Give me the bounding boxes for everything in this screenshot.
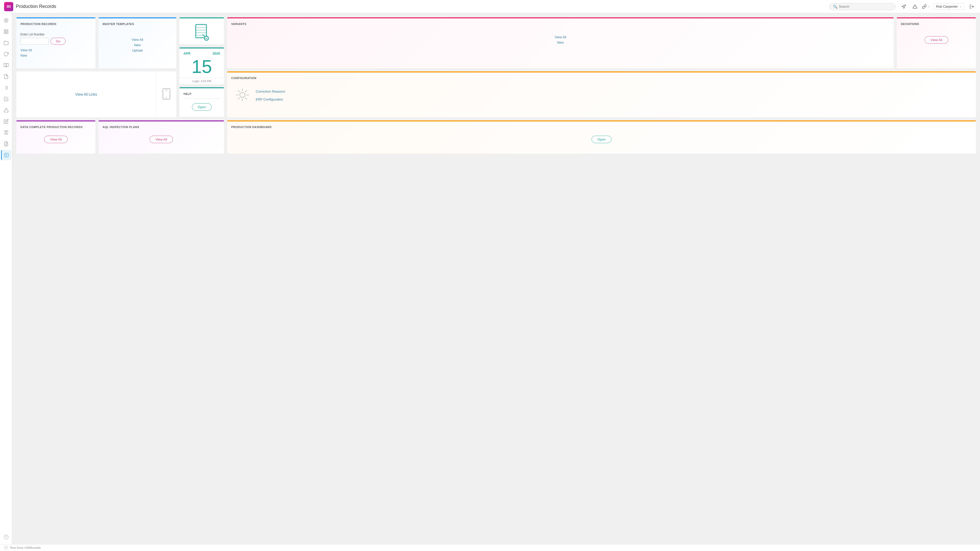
prod-dashboard-open-button[interactable]: Open bbox=[592, 136, 611, 143]
gear-icon bbox=[235, 88, 250, 103]
svg-point-21 bbox=[4, 535, 8, 539]
content-area: PRODUCTION RECORDS Enter Lot Number Go V… bbox=[12, 13, 980, 544]
document-icon bbox=[194, 24, 210, 42]
data-complete-view-all-button[interactable]: View All bbox=[44, 136, 67, 143]
svg-point-27 bbox=[166, 97, 167, 98]
main-layout: PRODUCTION RECORDS Enter Lot Number Go V… bbox=[0, 13, 980, 544]
data-complete-title: DATA COMPLETE PRODUCTION RECORDS bbox=[21, 125, 91, 129]
svg-rect-6 bbox=[4, 30, 6, 32]
production-view-all-link[interactable]: View All bbox=[21, 48, 91, 52]
sidebar-item-reports[interactable] bbox=[1, 139, 11, 149]
links-mobile bbox=[156, 71, 177, 118]
timezone-label: Time Zone: US/Mountain bbox=[10, 546, 41, 549]
svg-line-34 bbox=[245, 98, 247, 100]
user-menu-button[interactable]: Rob Carpenter bbox=[933, 3, 965, 10]
view-all-links-link[interactable]: View All Links bbox=[75, 92, 97, 97]
go-button[interactable]: Go bbox=[51, 38, 65, 44]
master-new-link[interactable]: New bbox=[103, 43, 172, 47]
variants-title: VARIANTS bbox=[231, 22, 890, 25]
deviations-title: DEVIATIONS bbox=[901, 22, 972, 25]
configuration-title: CONFIGURATION bbox=[231, 76, 972, 79]
sidebar-item-folder[interactable] bbox=[1, 38, 11, 48]
alert-icon[interactable] bbox=[911, 3, 919, 11]
svg-point-37 bbox=[4, 546, 7, 549]
master-upload-link[interactable]: Upload bbox=[103, 48, 172, 52]
cal-year: 2020 bbox=[213, 52, 220, 56]
logout-icon[interactable] bbox=[968, 3, 976, 11]
svg-marker-0 bbox=[902, 5, 905, 8]
deviations-card: DEVIATIONS View All bbox=[897, 17, 976, 68]
svg-point-28 bbox=[240, 92, 245, 97]
svg-line-35 bbox=[238, 98, 240, 100]
search-icon: 🔍 bbox=[833, 5, 837, 9]
link-icon[interactable] bbox=[922, 3, 930, 11]
user-name: Rob Carpenter bbox=[936, 5, 958, 8]
data-complete-card: DATA COMPLETE PRODUCTION RECORDS View Al… bbox=[16, 121, 95, 154]
production-records-title: PRODUCTION RECORDS bbox=[21, 22, 91, 25]
aql-view-all-button[interactable]: View All bbox=[150, 136, 173, 143]
cal-month: APR bbox=[183, 52, 190, 56]
master-templates-title: MASTER TEMPLATES bbox=[103, 22, 172, 25]
deviations-view-all-button[interactable]: View All bbox=[924, 36, 948, 44]
sidebar-item-files[interactable] bbox=[1, 71, 11, 82]
calendar-column: APR 2020 15 Login: 3:53 PM HELP Open bbox=[180, 17, 224, 118]
svg-rect-7 bbox=[6, 30, 8, 32]
help-title: HELP bbox=[183, 92, 220, 95]
sidebar-item-list[interactable] bbox=[1, 83, 11, 93]
logo-area: m Production Records bbox=[4, 2, 56, 11]
sidebar-item-warning[interactable] bbox=[1, 105, 11, 115]
top-nav: m Production Records 🔍 Rob Carpenter bbox=[0, 0, 980, 13]
app-logo: m bbox=[4, 2, 13, 11]
footer-help-icon bbox=[4, 546, 8, 549]
aql-card: AQL INSPECTION PLANS View All bbox=[99, 121, 224, 154]
configuration-card: CONFIGURATION bbox=[227, 71, 976, 118]
svg-rect-8 bbox=[4, 32, 6, 34]
sidebar-item-home[interactable] bbox=[1, 15, 11, 25]
sidebar-item-production[interactable] bbox=[1, 150, 11, 160]
master-templates-card: MASTER TEMPLATES View All New Upload bbox=[99, 17, 177, 68]
links-main: View All Links bbox=[16, 71, 156, 118]
sidebar bbox=[0, 13, 12, 544]
navigation-icon[interactable] bbox=[900, 3, 908, 11]
production-records-card: PRODUCTION RECORDS Enter Lot Number Go V… bbox=[16, 17, 95, 68]
svg-rect-23 bbox=[196, 24, 207, 38]
variants-view-all-link[interactable]: View All bbox=[231, 35, 890, 39]
help-open-button[interactable]: Open bbox=[192, 103, 212, 111]
svg-line-33 bbox=[238, 91, 240, 92]
doc-icon-card bbox=[180, 17, 224, 44]
aql-title: AQL INSPECTION PLANS bbox=[103, 125, 220, 129]
master-view-all-link[interactable]: View All bbox=[103, 38, 172, 41]
svg-line-36 bbox=[245, 91, 247, 92]
links-area: View All Links bbox=[16, 71, 177, 118]
dashboard-grid: PRODUCTION RECORDS Enter Lot Number Go V… bbox=[16, 17, 976, 154]
search-input[interactable] bbox=[839, 5, 892, 8]
sidebar-item-refresh[interactable] bbox=[1, 49, 11, 59]
prod-dashboard-card: PRODUCTION DASHBOARD Open bbox=[227, 121, 976, 154]
svg-point-4 bbox=[4, 19, 8, 22]
page-title: Production Records bbox=[16, 4, 56, 9]
sidebar-help-icon[interactable] bbox=[1, 532, 11, 542]
svg-rect-9 bbox=[6, 32, 8, 34]
variants-card: VARIANTS View All New bbox=[227, 17, 894, 68]
lot-number-input[interactable] bbox=[21, 38, 48, 44]
prod-dashboard-title: PRODUCTION DASHBOARD bbox=[231, 125, 972, 129]
erp-config-link[interactable]: ERP Configuration bbox=[256, 97, 285, 101]
help-card: HELP Open bbox=[180, 87, 224, 117]
sidebar-item-dashboard[interactable] bbox=[1, 27, 11, 37]
variants-new-link[interactable]: New bbox=[231, 41, 890, 44]
mobile-icon bbox=[162, 88, 171, 101]
cal-login: Login: 3:53 PM bbox=[180, 78, 224, 84]
svg-point-5 bbox=[5, 20, 6, 21]
sidebar-item-lab[interactable] bbox=[1, 127, 11, 138]
calendar-card: APR 2020 15 Login: 3:53 PM bbox=[180, 48, 224, 84]
production-new-link[interactable]: New bbox=[21, 54, 91, 57]
search-bar[interactable]: 🔍 bbox=[829, 3, 896, 10]
correction-reasons-link[interactable]: Correction Reasons bbox=[256, 89, 285, 94]
lot-label: Enter Lot Number bbox=[21, 33, 91, 36]
footer: Time Zone: US/Mountain bbox=[0, 544, 980, 551]
cal-day: 15 bbox=[180, 56, 224, 78]
sidebar-item-tasks[interactable] bbox=[1, 94, 11, 104]
sidebar-item-edit[interactable] bbox=[1, 116, 11, 127]
top-nav-actions: Rob Carpenter bbox=[900, 3, 976, 11]
sidebar-item-learning[interactable] bbox=[1, 60, 11, 70]
